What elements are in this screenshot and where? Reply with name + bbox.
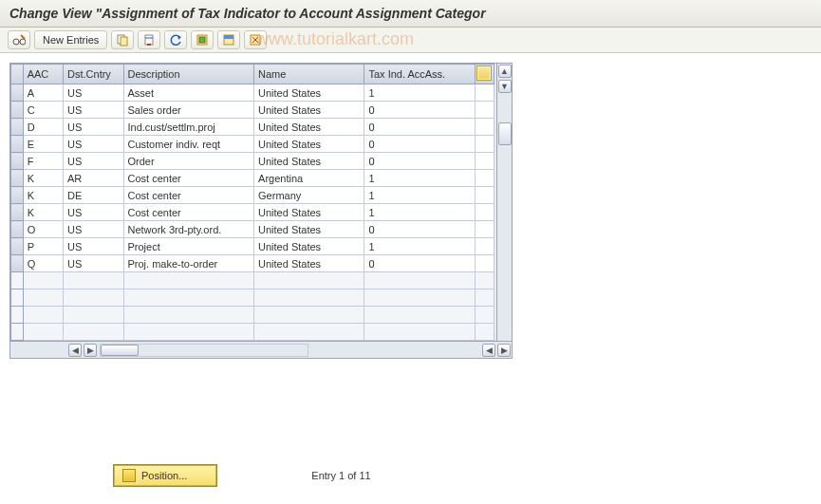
cell-dst-cntry[interactable]: US [64,238,123,255]
row-selector[interactable] [11,153,24,170]
cell-aac[interactable]: Q [23,255,63,272]
cell-name[interactable]: United States [254,136,364,153]
cell-name[interactable]: Germany [254,187,364,204]
row-selector[interactable] [11,136,24,153]
cell-aac[interactable]: K [23,170,63,187]
row-selector[interactable] [11,289,24,307]
cell-name[interactable]: Argentina [254,170,364,187]
cell-name[interactable]: United States [254,204,364,221]
cell-tax-ind[interactable]: 0 [364,102,475,119]
vscroll-thumb[interactable] [498,122,512,145]
cell-description[interactable]: Cost center [123,170,254,187]
cell-tax-ind[interactable]: 1 [364,204,475,221]
cell-name[interactable]: United States [254,119,364,136]
cell-aac[interactable]: E [23,136,63,153]
row-selector[interactable] [11,238,24,255]
row-selector[interactable] [11,119,24,136]
cell-aac[interactable]: F [23,153,63,170]
cell-description[interactable]: Ind.cust/settlm.proj [123,119,254,136]
vertical-scrollbar[interactable]: ▲ ▼ [496,64,512,341]
cell-name[interactable]: United States [254,84,364,102]
row-selector[interactable] [11,272,24,289]
toggle-display-change-button[interactable] [8,30,30,49]
column-header-dst-cntry[interactable]: Dst.Cntry [64,65,123,84]
cell-tax-ind[interactable]: 1 [364,84,475,102]
cell-dst-cntry[interactable]: US [64,255,123,272]
cell-dst-cntry[interactable]: US [64,221,123,238]
cell-tax-ind[interactable]: 1 [364,187,475,204]
cell-tax-ind[interactable]: 1 [364,170,475,187]
cell-tax-ind[interactable]: 0 [364,255,475,272]
column-header-tax-ind[interactable]: Tax Ind. AccAss. [364,65,475,84]
vscroll-track[interactable] [498,94,512,341]
row-selector[interactable] [11,324,24,341]
row-selector[interactable] [11,204,24,221]
new-entries-button[interactable]: New Entries [34,30,107,49]
cell-aac[interactable]: D [23,119,63,136]
scroll-left-button[interactable]: ▶ [84,344,97,357]
cell-tax-ind[interactable]: 0 [364,136,475,153]
cell-tax-ind[interactable]: 0 [364,153,475,170]
cell-description[interactable]: Cost center [123,187,254,204]
cell-aac[interactable]: O [23,221,63,238]
cell-aac[interactable]: A [23,84,63,102]
cell-dst-cntry[interactable]: US [64,153,123,170]
cell-tax-ind[interactable]: 1 [364,238,475,255]
scroll-down-button[interactable]: ▼ [498,80,512,93]
copy-as-button[interactable] [111,30,134,49]
cell-dst-cntry[interactable]: AR [64,170,123,187]
scroll-last-button[interactable]: ▶ [497,344,511,357]
cell-name[interactable]: United States [254,255,364,272]
cell-description[interactable]: Network 3rd-pty.ord. [123,221,254,238]
row-selector[interactable] [11,170,24,187]
row-selector[interactable] [11,187,24,204]
delete-button[interactable] [138,30,160,49]
scroll-first-button[interactable]: ◀ [68,344,82,357]
cell-aac[interactable]: P [23,238,63,255]
entry-counter: Entry 1 of 11 [311,470,370,481]
row-selector[interactable] [11,221,24,238]
deselect-all-button[interactable] [244,30,267,49]
table-row: EUSCustomer indiv. reqtUnited States0 [11,136,494,153]
cell-tax-ind[interactable]: 0 [364,119,475,136]
row-selector[interactable] [11,255,24,272]
cell-dst-cntry[interactable]: US [64,136,123,153]
column-header-name[interactable]: Name [254,65,364,84]
cell-description[interactable]: Project [123,238,254,255]
select-all-button[interactable] [191,30,214,49]
cell-dst-cntry[interactable]: US [64,102,123,119]
scroll-right-button[interactable]: ◀ [482,344,495,357]
hscroll-thumb[interactable] [101,345,139,356]
position-button[interactable]: Position... [114,465,216,486]
cell-name[interactable]: United States [254,238,364,255]
cell-description[interactable]: Customer indiv. reqt [123,136,254,153]
horizontal-scrollbar[interactable]: ◀ ▶ ◀ ▶ [10,341,512,358]
scroll-up-button[interactable]: ▲ [498,65,512,78]
cell-description[interactable]: Order [123,153,254,170]
cell-description[interactable]: Proj. make-to-order [123,255,254,272]
row-selector[interactable] [11,307,24,324]
cell-name[interactable]: United States [254,153,364,170]
column-header-aac[interactable]: AAC [23,65,63,84]
cell-dst-cntry[interactable]: DE [64,187,123,204]
cell-aac[interactable]: K [23,204,63,221]
cell-tax-ind[interactable]: 0 [364,221,475,238]
cell-dst-cntry[interactable]: US [64,119,123,136]
cell-aac[interactable]: C [23,102,63,119]
row-selector[interactable] [11,102,24,119]
select-all-header[interactable] [11,65,24,84]
column-header-description[interactable]: Description [123,65,254,84]
cell-dst-cntry[interactable]: US [64,204,123,221]
row-selector[interactable] [11,84,24,102]
cell-name[interactable]: United States [254,221,364,238]
configure-columns-button[interactable] [475,65,494,84]
cell-description[interactable]: Sales order [123,102,254,119]
cell-dst-cntry[interactable]: US [64,84,123,102]
select-block-button[interactable] [217,30,240,49]
undo-change-button[interactable] [164,30,187,49]
cell-description[interactable]: Cost center [123,204,254,221]
hscroll-track[interactable] [100,344,308,357]
cell-name[interactable]: United States [254,102,364,119]
cell-description[interactable]: Asset [123,84,254,102]
cell-aac[interactable]: K [23,187,63,204]
